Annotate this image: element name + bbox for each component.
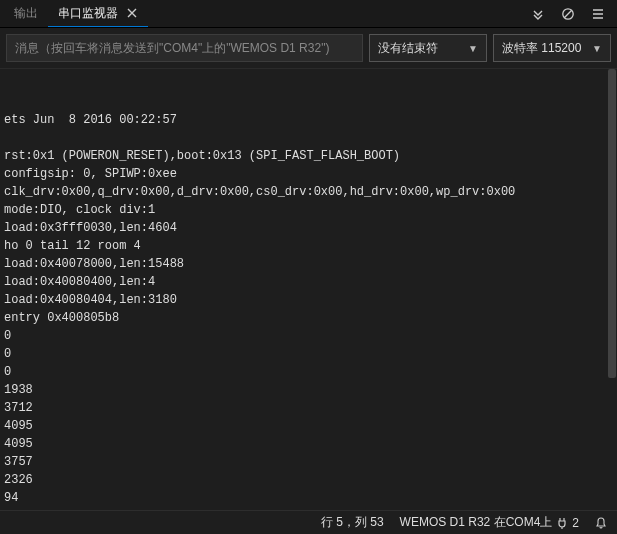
tab-serial-monitor[interactable]: 串口监视器	[48, 0, 148, 27]
baud-rate-label: 波特率 115200	[502, 40, 581, 57]
baud-rate-select[interactable]: 波特率 115200 ▼	[493, 34, 611, 62]
line-ending-label: 没有结束符	[378, 40, 438, 57]
status-cursor[interactable]: 行 5，列 53	[321, 514, 384, 531]
scrollbar[interactable]	[607, 69, 617, 510]
status-notification-count: 2	[572, 516, 579, 530]
tab-serial-monitor-label: 串口监视器	[58, 5, 118, 22]
chevron-down-icon[interactable]	[529, 5, 547, 23]
tabbar-actions	[529, 5, 613, 23]
tab-output[interactable]: 输出	[4, 0, 48, 27]
menu-icon[interactable]	[589, 5, 607, 23]
tab-output-label: 输出	[14, 5, 38, 22]
console-output: ets Jun 8 2016 00:22:57 rst:0x1 (POWERON…	[0, 69, 617, 510]
cancel-icon[interactable]	[559, 5, 577, 23]
message-input[interactable]	[6, 34, 363, 62]
statusbar: 行 5，列 53 WEMOS D1 R32 在COM4上 2	[0, 510, 617, 534]
status-cursor-label: 行 5，列 53	[321, 514, 384, 531]
chevron-down-icon: ▼	[592, 43, 602, 54]
bell-icon	[595, 517, 607, 529]
toolbar: 没有结束符 ▼ 波特率 115200 ▼	[0, 28, 617, 69]
line-ending-select[interactable]: 没有结束符 ▼	[369, 34, 487, 62]
status-notifications[interactable]	[595, 517, 607, 529]
chevron-down-icon: ▼	[468, 43, 478, 54]
plug-icon	[556, 517, 568, 529]
console-text: ets Jun 8 2016 00:22:57 rst:0x1 (POWERON…	[4, 111, 609, 510]
tabbar: 输出 串口监视器	[0, 0, 617, 28]
close-icon[interactable]	[126, 7, 138, 19]
status-board-label: WEMOS D1 R32 在COM4上	[400, 514, 553, 531]
scrollbar-thumb[interactable]	[608, 69, 616, 378]
status-board[interactable]: WEMOS D1 R32 在COM4上 2	[400, 514, 579, 531]
